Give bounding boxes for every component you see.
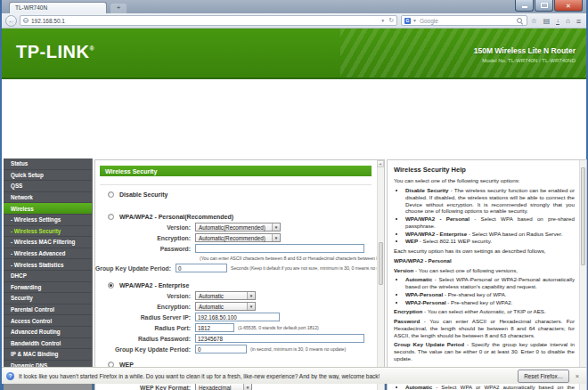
option-wpa-personal: WPA/WPA2 - Personal(Recommended) (95, 211, 377, 222)
radius-password-input[interactable] (195, 334, 364, 343)
help-list-item: Disable Security - The wireless security… (405, 187, 575, 215)
reset-firefox-button[interactable]: Reset Firefox… (518, 370, 569, 383)
disable-security-radio[interactable] (108, 191, 114, 198)
radius-ip-row: Radius Server IP: (95, 312, 377, 322)
menu-icon[interactable]: ≡ (576, 17, 581, 26)
option-disable-security: Disable Security (95, 189, 377, 199)
url-bar-icons: ▼ ↻ (380, 17, 394, 24)
sidebar-item-ip-mac-binding[interactable]: IP & MAC Binding (4, 349, 92, 361)
sidebar-item-wireless-statistics[interactable]: - Wireless Statistics (4, 259, 92, 271)
enterprise-gkup-label: Group Key Update Period: (95, 346, 195, 353)
help-list: Automatic - Select WPA-Personal or WPA2-… (396, 276, 575, 305)
sidebar-item-wireless[interactable]: Wireless (4, 203, 92, 215)
personal-version-select[interactable]: Automatic(Recommended)▼ (195, 223, 281, 232)
wireless-security-frame: Wireless Security Disable Security WPA/W… (94, 159, 385, 390)
sidebar-item-status[interactable]: Status (4, 158, 92, 170)
personal-encryption-row: Encryption: Automatic(Recommended)▼ (95, 232, 377, 243)
reload-icon[interactable]: ↻ (388, 17, 394, 24)
notification-close-icon[interactable]: × (573, 372, 582, 380)
model-number: Model No. TL-WR740N / TL-WR740ND (482, 58, 576, 63)
tab-title: TL-WR740N (15, 4, 47, 11)
help-list-item: Automatic - Select WPA or WPA2 automatic… (405, 384, 575, 390)
sidebar-item-parental-control[interactable]: Parental Control (4, 305, 92, 316)
personal-encryption-select[interactable]: Automatic(Recommended)▼ (195, 233, 281, 242)
info-icon: ? (6, 372, 14, 380)
site-globe-icon (23, 18, 29, 23)
option-wpa-enterprise: WPA/WPA2 - Enterprise (95, 280, 377, 290)
maximize-button[interactable] (535, 0, 553, 12)
minimize-button[interactable] (515, 0, 534, 12)
sidebar-item-forwarding[interactable]: Forwarding (4, 282, 92, 294)
sidebar-item-qss[interactable]: QSS (4, 181, 92, 192)
url-bar[interactable]: 192.168.50.1 ▼ ↻ (20, 15, 397, 26)
sidebar-item-wireless-settings[interactable]: - Wireless Settings (4, 215, 92, 226)
back-button[interactable]: ← (5, 15, 17, 27)
url-text: 192.168.50.1 (31, 18, 65, 24)
radius-port-input[interactable] (195, 323, 234, 332)
sidebar-item-wireless-advanced[interactable]: - Wireless Advanced (4, 248, 92, 260)
wpa-enterprise-radio[interactable] (108, 282, 114, 288)
help-scroll-thumb[interactable] (581, 167, 585, 265)
search-icon[interactable] (516, 17, 524, 25)
home-icon[interactable]: ⌂ (566, 17, 570, 25)
personal-password-input[interactable] (195, 244, 364, 253)
enterprise-version-select[interactable]: Automatic▼ (195, 291, 256, 300)
sidebar-item-security[interactable]: Security (4, 293, 92, 305)
chevron-down-icon: ▼ (243, 384, 251, 390)
trademark: ® (89, 45, 94, 52)
radius-port-label: Radius Port: (95, 325, 195, 331)
radius-password-row: Radius Password: (95, 333, 377, 344)
sidebar-item-network[interactable]: Network (4, 192, 92, 204)
personal-password-note-row: (You can enter ASCII characters between … (95, 254, 377, 262)
wpa-enterprise-label: WPA/WPA2 - Enterprise (119, 282, 189, 288)
search-placeholder: Google (420, 18, 438, 24)
wep-format-label: WEP Key Format: (95, 385, 195, 390)
vertical-scroll-thumb[interactable] (379, 242, 383, 285)
enterprise-encryption-value: Automatic (199, 304, 224, 310)
tab-tl-wr740n[interactable]: TL-WR740N (9, 2, 107, 13)
enterprise-encryption-select[interactable]: Automatic▼ (195, 302, 256, 311)
page-content: Status Quick Setup QSS Network Wireless … (2, 79, 586, 367)
help-list-item: Automatic - Select WPA-Personal or WPA2-… (405, 276, 575, 290)
help-content: Wireless Security Help You can select on… (394, 164, 575, 390)
bookmarks-icon[interactable]: ▤ (543, 17, 551, 25)
help-vertical-scrollbar[interactable] (579, 160, 586, 390)
enterprise-encryption-label: Encryption: (95, 304, 195, 310)
product-name: 150M Wireless Lite N Router (474, 46, 576, 55)
enterprise-gkup-input[interactable] (195, 345, 247, 353)
help-title: Wireless Security Help (394, 166, 575, 174)
toolbar-icons: ☆ ▤ ↓ ⌂ ≡ (531, 15, 581, 27)
personal-password-label: Password: (95, 246, 195, 252)
tp-link-logo: TP-LINK® (16, 42, 94, 62)
bookmark-star-icon[interactable]: ☆ (531, 17, 537, 25)
search-engine-dropdown-icon[interactable]: ▼ (412, 18, 417, 23)
radius-ip-input[interactable] (195, 313, 280, 321)
help-subheading: WPA/WPA2 - Personal (394, 257, 575, 264)
chevron-down-icon: ▼ (247, 303, 255, 310)
wep-format-select[interactable]: Hexadecimal▼ (195, 383, 252, 390)
search-engine-icon[interactable]: G (404, 18, 411, 24)
personal-gkup-input[interactable] (176, 264, 227, 272)
page-title: Wireless Security (100, 166, 372, 176)
wpa-personal-radio[interactable] (108, 214, 114, 220)
enterprise-version-row: Version: Automatic▼ (95, 290, 377, 301)
scroll-up-icon[interactable]: ▲ (377, 160, 384, 167)
radius-port-row: Radius Port: (1-65535, 0 stands for defa… (95, 322, 377, 333)
sidebar-item-bandwidth-control[interactable]: Bandwidth Control (4, 338, 92, 350)
sidebar-item-wireless-mac-filtering[interactable]: - Wireless MAC Filtering (4, 237, 92, 248)
sidebar-item-access-control[interactable]: Access Control (4, 315, 92, 327)
close-button[interactable]: ✕ (554, 0, 583, 12)
sidebar-item-wireless-security[interactable]: - Wireless Security (4, 226, 92, 238)
help-paragraph: Password - You can enter ASCII or Hexade… (394, 318, 575, 338)
downloads-icon[interactable]: ↓ (556, 17, 559, 25)
enterprise-gkup-row: Group Key Update Period: (in second, min… (95, 344, 377, 354)
sidebar-item-advanced-routing[interactable]: Advanced Routing (4, 327, 92, 338)
divider (100, 184, 372, 185)
sidebar-item-dhcp[interactable]: DHCP (4, 271, 92, 282)
main-vertical-scrollbar[interactable]: ▲ ▼ (377, 160, 384, 390)
search-input[interactable]: G ▼ Google (401, 15, 527, 26)
sidebar-item-quick-setup[interactable]: Quick Setup (4, 170, 92, 182)
url-dropdown-icon[interactable]: ▼ (380, 18, 385, 23)
notification-text: It looks like you haven't started Firefo… (19, 373, 380, 379)
new-tab-button[interactable]: + (110, 4, 127, 13)
